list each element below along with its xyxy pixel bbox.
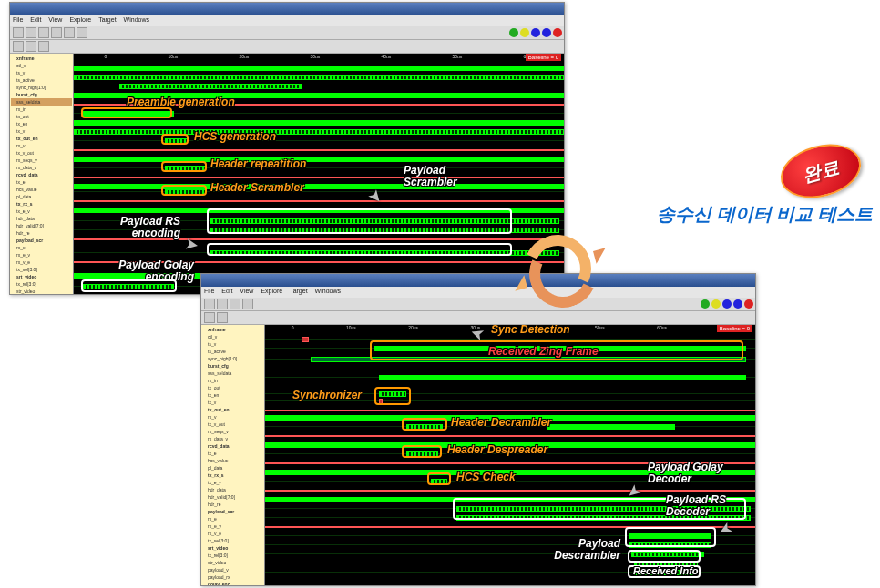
tree-item[interactable]: golay_enc	[202, 581, 263, 585]
tree-item[interactable]: ts_active	[202, 348, 263, 355]
tree-item[interactable]: tx_en	[11, 120, 72, 127]
status-icon[interactable]	[722, 299, 732, 309]
tree-item[interactable]: rx_v	[202, 413, 263, 421]
tool-btn[interactable]	[26, 27, 36, 38]
tree-item[interactable]: tx_rel[3:0]	[202, 552, 263, 559]
tree-item[interactable]: ts_v	[11, 69, 72, 76]
tree-item[interactable]: rx_v_e	[202, 530, 263, 537]
tree-item[interactable]: sync_high[1:0]	[202, 355, 263, 362]
menu-explore[interactable]: Explore	[69, 16, 91, 25]
tree-item[interactable]: payload_v	[202, 566, 263, 573]
tree-item[interactable]: rx_data_v	[11, 164, 72, 171]
tool-btn[interactable]	[217, 299, 228, 309]
tree-item[interactable]: payload_scr	[202, 508, 263, 515]
tree-item[interactable]: pl_data	[11, 193, 72, 200]
tree-item[interactable]: str_video	[11, 288, 72, 294]
tree-item[interactable]: tx_out_en	[11, 135, 72, 142]
tree-item[interactable]: hcs_value	[11, 186, 72, 193]
tree-item[interactable]: str_video	[202, 559, 263, 566]
tool-btn[interactable]	[217, 312, 228, 323]
tool-btn[interactable]	[38, 27, 49, 38]
tree-item[interactable]: tx_rx_s	[11, 200, 72, 208]
tree-item[interactable]: ctl_v	[11, 62, 72, 69]
tree-item[interactable]: xnframe	[202, 326, 263, 333]
tree-item[interactable]: tx_rx_s	[202, 471, 263, 479]
tree-item[interactable]: ts_v	[202, 340, 263, 348]
tree-item[interactable]: burst_cfg	[11, 91, 72, 98]
status-icon[interactable]	[520, 28, 529, 37]
tool-btn[interactable]	[230, 299, 240, 309]
tree-item[interactable]: sync_high[1:0]	[11, 84, 72, 91]
menu-view[interactable]: View	[48, 16, 62, 25]
tool-btn[interactable]	[26, 41, 36, 52]
tree-item[interactable]: sss_seldata	[202, 370, 263, 377]
menu-file[interactable]: File	[13, 16, 23, 25]
tree-item[interactable]: rx_v_e	[11, 259, 72, 266]
tree-item[interactable]: tx_e	[11, 178, 72, 186]
tree-item[interactable]: payload_scr	[11, 237, 72, 244]
tool-btn[interactable]	[51, 27, 62, 38]
status-icon[interactable]	[531, 28, 540, 37]
status-icon[interactable]	[744, 299, 753, 309]
menu-edit[interactable]: Edit	[30, 16, 41, 25]
tree-item[interactable]: sss_seldata	[11, 98, 72, 106]
tool-btn[interactable]	[13, 41, 24, 52]
tree-item[interactable]: srt_video	[11, 273, 72, 280]
status-icon[interactable]	[542, 28, 551, 37]
status-icon[interactable]	[711, 299, 721, 309]
menu-windows[interactable]: Windows	[124, 16, 149, 25]
tree-item[interactable]: tx_out	[11, 113, 72, 120]
tree-item[interactable]: hdr_re	[11, 229, 72, 237]
signal-tree-rx[interactable]: xnframe ctl_v ts_v ts_active sync_high[1…	[201, 325, 265, 585]
tree-item[interactable]: hdr_data	[11, 215, 72, 222]
tool-btn[interactable]	[77, 27, 87, 38]
tree-item[interactable]: tx_e	[202, 450, 263, 457]
tree-item[interactable]: srt_video	[202, 544, 263, 552]
status-icon[interactable]	[701, 299, 710, 309]
tree-item[interactable]: tx_v_out	[202, 421, 263, 428]
status-icon[interactable]	[553, 28, 562, 37]
tree-item[interactable]: rx_seqs_v	[202, 428, 263, 435]
menu-edit[interactable]: Edit	[221, 288, 232, 297]
menu-target[interactable]: Target	[290, 288, 307, 297]
tree-item[interactable]: tx_out	[202, 384, 263, 391]
tree-item[interactable]: tx_e_v	[202, 479, 263, 486]
tree-item[interactable]: xnframe	[11, 55, 72, 62]
tool-btn[interactable]	[242, 299, 253, 309]
tree-item[interactable]: tx_out_en	[202, 406, 263, 413]
tree-item[interactable]: rx_in	[202, 377, 263, 384]
tree-item[interactable]: rx_seqs_v	[11, 157, 72, 164]
status-icon[interactable]	[509, 28, 518, 37]
tool-btn[interactable]	[13, 27, 24, 38]
tree-item[interactable]: rx_in	[11, 106, 72, 113]
waveform-tx[interactable]: 010us 20us30us 40us50us 60us Baseline = …	[74, 54, 564, 294]
tree-item[interactable]: pl_data	[202, 464, 263, 471]
tree-item[interactable]: payload_rx	[202, 573, 263, 581]
signal-tree-tx[interactable]: xnframe ctl_v ts_v ts_active sync_high[1…	[10, 54, 74, 294]
tree-item[interactable]: hdr_valid[7:0]	[202, 493, 263, 501]
tree-item[interactable]: tx_e_v	[11, 208, 72, 215]
menu-windows[interactable]: Windows	[315, 288, 341, 297]
menu-file[interactable]: File	[204, 288, 214, 297]
tree-item[interactable]: rx_v	[11, 142, 72, 149]
tree-item[interactable]: rx_data_v	[202, 435, 263, 442]
tree-item[interactable]: hcs_value	[202, 457, 263, 464]
tree-item[interactable]: tx_v	[11, 127, 72, 135]
tool-btn[interactable]	[38, 41, 49, 52]
menu-view[interactable]: View	[240, 288, 253, 297]
menu-explore[interactable]: Explore	[261, 288, 282, 297]
tree-item[interactable]: hdr_re	[202, 501, 263, 508]
tree-item[interactable]: ts_active	[11, 76, 72, 84]
tree-item[interactable]: tx_rel[3:0]	[11, 280, 72, 288]
tree-item[interactable]: tx_v_out	[11, 149, 72, 157]
tree-item[interactable]: rx_e_v	[202, 522, 263, 530]
waveform-rx[interactable]: 010us 20us30us 40us50us 60us70us Baselin…	[265, 325, 755, 585]
tool-btn[interactable]	[204, 312, 215, 323]
tree-item[interactable]: tx_sel[3:0]	[202, 537, 263, 544]
tree-item[interactable]: rx_e_v	[11, 251, 72, 259]
tree-item[interactable]: rx_e	[11, 244, 72, 251]
tree-item[interactable]: hdr_data	[202, 486, 263, 493]
tree-item[interactable]: rcvd_data	[202, 442, 263, 450]
titlebar-tx[interactable]	[10, 3, 564, 15]
tree-item[interactable]: tx_sel[3:0]	[11, 266, 72, 273]
